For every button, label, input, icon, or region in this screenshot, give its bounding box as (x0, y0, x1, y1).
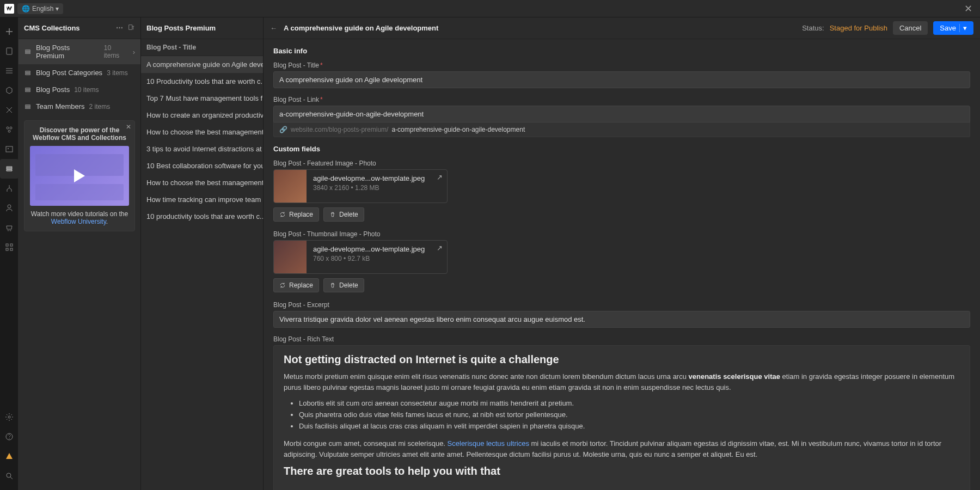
search-icon[interactable] (0, 466, 19, 486)
chevron-down-icon[interactable]: ▾ (959, 24, 967, 32)
svg-rect-4 (6, 146, 13, 152)
cancel-button[interactable]: Cancel (893, 21, 928, 35)
collection-item[interactable]: Blog Post Categories 3 items (19, 64, 140, 81)
styles-icon[interactable] (0, 120, 19, 139)
collections-title: CMS Collections (24, 24, 80, 32)
cms-icon[interactable] (0, 159, 19, 179)
rich-link[interactable]: Scelerisque lectus ultrices (448, 439, 529, 448)
editor-main: ← A comprehensive guide on Agile develop… (264, 17, 980, 490)
new-collection-icon[interactable] (127, 23, 135, 33)
add-icon[interactable] (0, 22, 19, 41)
featured-dims: 3840 x 2160 • 1.28 MB (313, 184, 440, 192)
cms-item-row[interactable]: Top 7 Must have management tools f... (141, 90, 263, 107)
field-label-featured: Blog Post - Featured Image - Photo (273, 160, 970, 167)
svg-rect-8 (10, 244, 13, 246)
item-row-label: 10 Productivity tools that are worth c..… (146, 77, 263, 85)
item-row-label: How to choose the best management... (146, 179, 263, 187)
item-row-label: How to create an organized productiv... (146, 111, 263, 119)
rich-paragraph: Metus morbi pretium enim quisque enim el… (284, 371, 960, 393)
language-selector[interactable]: 🌐 English ▾ (17, 3, 63, 14)
excerpt-input[interactable] (273, 311, 970, 328)
close-button[interactable]: ✕ (961, 3, 976, 15)
assets-icon[interactable] (0, 139, 19, 159)
collection-count: 2 items (89, 103, 111, 111)
collection-item[interactable]: Blog Posts 10 items (19, 81, 140, 98)
item-row-label: Top 7 Must have management tools f... (146, 94, 263, 102)
components-icon[interactable] (0, 81, 19, 100)
cms-item-row[interactable]: 10 Best collaboration software for you..… (141, 157, 263, 174)
rich-heading: Not getting distracted on Internet is qu… (284, 353, 960, 366)
ecommerce-icon[interactable] (0, 218, 19, 237)
audit-icon[interactable] (0, 446, 19, 466)
svg-rect-10 (10, 248, 13, 250)
slug-input[interactable] (273, 106, 970, 122)
svg-rect-7 (6, 244, 8, 246)
more-icon[interactable]: ⋯ (116, 23, 123, 33)
logic-icon[interactable] (0, 179, 19, 198)
collection-icon (24, 69, 32, 77)
collection-icon (24, 86, 32, 94)
collection-count: 10 items (104, 44, 128, 59)
rich-list-item: Lobortis elit sit cum orci aenean consec… (299, 398, 960, 409)
settings-icon[interactable] (0, 407, 19, 427)
featured-thumb[interactable] (274, 170, 307, 203)
title-input[interactable] (273, 71, 970, 88)
section-basic-info: Basic info (273, 47, 970, 55)
rich-list-item: Quis pharetra odio duis vitae felis fame… (299, 409, 960, 421)
cms-item-row[interactable]: How time tracking can improve team ... (141, 191, 263, 208)
back-button[interactable]: ← (270, 24, 277, 32)
promo-title: Discover the power of the Webflow CMS an… (30, 126, 129, 142)
item-title: A comprehensive guide on Agile developme… (284, 24, 438, 32)
promo-close[interactable]: ✕ (126, 123, 131, 131)
language-label: English (32, 5, 53, 13)
expand-icon[interactable]: ↗ (437, 173, 443, 181)
save-button[interactable]: Save▾ (933, 21, 973, 35)
promo-link[interactable]: Webflow University (51, 218, 106, 225)
collection-name: Blog Post Categories (36, 69, 102, 77)
richtext-editor[interactable]: Not getting distracted on Internet is qu… (273, 345, 970, 490)
thumb-image-card: agile-developme...ow-template.jpeg 760 x… (273, 240, 448, 274)
cms-item-row[interactable]: How to choose the best management... (141, 174, 263, 191)
svg-point-2 (10, 127, 12, 129)
items-sort-header[interactable]: Blog Post - Title (141, 39, 263, 56)
field-label-excerpt: Blog Post - Excerpt (273, 301, 970, 309)
cms-item-row[interactable]: How to create an organized productiv... (141, 107, 263, 124)
collections-panel: CMS Collections ⋯ Blog Posts Premium 10 … (19, 17, 141, 490)
collection-item[interactable]: Team Members 2 items (19, 98, 140, 115)
svg-point-11 (8, 416, 10, 418)
collection-name: Team Members (36, 102, 85, 111)
link-icon: 🔗 (279, 126, 287, 133)
cms-item-row[interactable]: 10 productivity tools that are worth c..… (141, 208, 263, 225)
variables-icon[interactable] (0, 100, 19, 120)
cms-item-row[interactable]: How to choose the best management... (141, 124, 263, 140)
expand-icon[interactable]: ↗ (437, 244, 443, 252)
svg-point-13 (7, 473, 11, 477)
help-icon[interactable] (0, 427, 19, 446)
collection-count: 3 items (107, 69, 128, 77)
webflow-logo[interactable] (4, 4, 14, 14)
field-label-title: Blog Post - Title (273, 62, 319, 69)
delete-button[interactable]: Delete (323, 278, 364, 292)
cms-item-row[interactable]: A comprehensive guide on Agile deve...› (141, 56, 263, 73)
apps-icon[interactable] (0, 237, 19, 257)
promo-video[interactable] (30, 146, 129, 206)
delete-button[interactable]: Delete (323, 207, 364, 222)
thumb-thumb[interactable] (274, 241, 307, 273)
svg-point-6 (8, 205, 11, 208)
items-title: Blog Posts Premium (146, 24, 216, 32)
chevron-down-icon: ▾ (56, 5, 59, 13)
collection-name: Blog Posts Premium (36, 44, 100, 60)
layout-icon[interactable] (0, 61, 19, 81)
rich-list-item: Duis facilisis aliquet at lacus cras cra… (299, 421, 960, 432)
collection-item[interactable]: Blog Posts Premium 10 items› (19, 39, 140, 64)
collection-icon (24, 48, 32, 56)
svg-point-1 (7, 127, 9, 129)
page-icon[interactable] (0, 41, 19, 61)
replace-button[interactable]: Replace (273, 207, 319, 222)
cms-item-row[interactable]: 3 tips to avoid Internet distractions at… (141, 140, 263, 157)
item-row-label: 10 Best collaboration software for you..… (146, 162, 263, 170)
cms-item-row[interactable]: 10 Productivity tools that are worth c..… (141, 73, 263, 90)
replace-button[interactable]: Replace (273, 278, 319, 292)
rich-heading: There are great tools to help you with t… (284, 465, 960, 477)
users-icon[interactable] (0, 198, 19, 218)
